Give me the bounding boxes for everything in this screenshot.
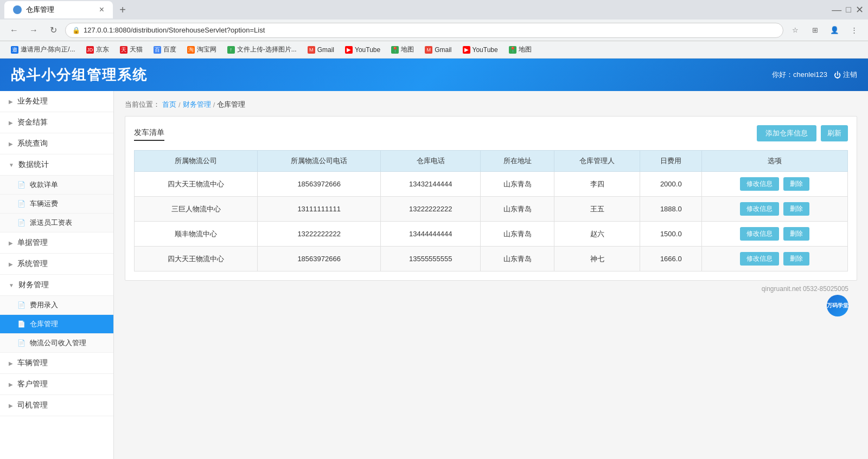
bookmark-upload[interactable]: ↑ 文件上传-选择图片...: [223, 44, 301, 55]
sidebar-item-documents[interactable]: ▶ 单据管理: [0, 232, 113, 254]
refresh-button[interactable]: 刷新: [821, 125, 848, 141]
bookmark-baidu-icon: 百: [154, 46, 161, 54]
table-row: 四大天王物流中心 18563972666 13432144444 山东青岛 李四…: [135, 172, 848, 197]
refresh-button[interactable]: ↻: [46, 23, 61, 38]
delete-button-3[interactable]: 删除: [783, 252, 809, 266]
bookmark-youtube1-icon: ▶: [345, 46, 353, 54]
new-tab-button[interactable]: +: [115, 2, 130, 17]
cell-company-0: 四大天王物流中心: [135, 172, 258, 197]
bookmark-star-button[interactable]: ☆: [788, 23, 803, 38]
bookmark-baidu[interactable]: 百 百度: [149, 44, 181, 55]
cell-warehouse-phone-3: 13555555555: [381, 247, 481, 271]
tab-close-button[interactable]: ×: [99, 5, 104, 15]
sidebar-child-logistics-income[interactable]: 📄 物流公司收入管理: [0, 334, 113, 353]
browser-chrome: 仓库管理 × + — □ ✕ ← → ↻ 🔒 127.0.0.1:8080/di…: [0, 0, 868, 59]
sidebar-child-receipts[interactable]: 📄 收款详单: [0, 176, 113, 195]
cell-manager-1: 王五: [554, 197, 640, 222]
sidebar-arrow-system: ▶: [9, 261, 13, 267]
edit-button-1[interactable]: 修改信息: [740, 202, 779, 216]
sidebar-item-query[interactable]: ▶ 系统查询: [0, 133, 113, 154]
bookmark-youtube1[interactable]: ▶ YouTube: [341, 45, 385, 55]
close-window-button[interactable]: ✕: [856, 4, 864, 16]
sidebar-item-customer[interactable]: ▶ 客户管理: [0, 374, 113, 395]
cell-actions-3: 修改信息 删除: [702, 247, 848, 271]
sidebar-item-accounting[interactable]: ▼ 财务管理: [0, 275, 113, 296]
menu-button[interactable]: ⋮: [846, 23, 861, 38]
col-company-phone: 所属物流公司电话: [258, 151, 381, 172]
cell-daily-cost-0: 2000.0: [640, 172, 702, 197]
app-title: 战斗小分组管理系统: [11, 66, 148, 85]
col-actions: 选项: [702, 151, 848, 172]
delete-button-2[interactable]: 删除: [783, 227, 809, 241]
breadcrumb-home[interactable]: 首页: [162, 100, 176, 109]
sidebar-item-stats[interactable]: ▼ 数据统计: [0, 154, 113, 176]
cell-warehouse-phone-0: 13432144444: [381, 172, 481, 197]
maximize-button[interactable]: □: [846, 5, 851, 15]
delete-button-0[interactable]: 删除: [783, 177, 809, 191]
bookmark-gmail2-icon: M: [425, 46, 432, 54]
cell-daily-cost-2: 1500.0: [640, 222, 702, 247]
sidebar-child-vehicle-fee[interactable]: 📄 车辆运费: [0, 195, 113, 214]
warehouse-table: 所属物流公司 所属物流公司电话 仓库电话 所在地址 仓库管理人 日费用 选项 四…: [134, 150, 848, 271]
sidebar-item-finance[interactable]: ▶ 资金结算: [0, 112, 113, 133]
sidebar: ▶ 业务处理 ▶ 资金结算 ▶ 系统查询 ▼ 数据统计: [0, 91, 114, 459]
cell-address-1: 山东青岛: [481, 197, 554, 222]
bookmark-tianmao-icon: 天: [120, 46, 127, 54]
bookmark-youtube2[interactable]: ▶ YouTube: [458, 45, 502, 55]
sidebar-child-salary[interactable]: 📄 派送员工资表: [0, 214, 113, 232]
bookmark-map1[interactable]: 📍 地图: [387, 44, 418, 55]
edit-button-2[interactable]: 修改信息: [740, 227, 779, 241]
sidebar-section-accounting: ▼ 财务管理 📄 费用录入 📄 仓库管理 📄 物流公司收入管理: [0, 275, 113, 353]
back-button[interactable]: ←: [7, 23, 22, 38]
col-daily-cost: 日费用: [640, 151, 702, 172]
edit-button-0[interactable]: 修改信息: [740, 177, 779, 191]
panel-title-area: 发车清单: [134, 126, 164, 141]
sidebar-item-driver[interactable]: ▶ 司机管理: [0, 395, 113, 416]
sidebar-section-business: ▶ 业务处理: [0, 91, 113, 112]
active-tab[interactable]: 仓库管理 ×: [4, 1, 113, 18]
bookmark-invite[interactable]: 邀 邀请用户·陈向正/...: [7, 44, 80, 55]
bookmark-tianmao[interactable]: 天 天猫: [116, 44, 147, 55]
cell-company-phone-1: 13111111111: [258, 197, 381, 222]
table-row: 顺丰物流中心 13222222222 13444444444 山东青岛 赵六 1…: [135, 222, 848, 247]
extensions-button[interactable]: ⊞: [807, 23, 822, 38]
sidebar-item-business[interactable]: ▶ 业务处理: [0, 91, 113, 112]
col-manager: 仓库管理人: [554, 151, 640, 172]
profile-button[interactable]: 👤: [827, 23, 842, 38]
edit-button-3[interactable]: 修改信息: [740, 252, 779, 266]
sidebar-child-expense[interactable]: 📄 费用录入: [0, 296, 113, 315]
sidebar-child-warehouse[interactable]: 📄 仓库管理: [0, 315, 113, 334]
bookmark-jd[interactable]: JD 京东: [82, 44, 113, 55]
breadcrumb-current: 仓库管理: [217, 100, 245, 109]
bookmark-taobao[interactable]: 淘 淘宝网: [183, 44, 221, 55]
forward-button[interactable]: →: [26, 23, 41, 38]
sidebar-item-system[interactable]: ▶ 系统管理: [0, 254, 113, 275]
bookmark-gmail2[interactable]: M Gmail: [420, 45, 456, 55]
panel-header: 发车清单 添加仓库信息 刷新: [134, 125, 848, 141]
watermark: 万码学堂: [133, 295, 848, 316]
tab-favicon: [13, 5, 22, 14]
sidebar-item-vehicle[interactable]: ▶ 车辆管理: [0, 353, 113, 374]
browser-icons: ☆ ⊞ 👤 ⋮: [788, 23, 861, 38]
logout-button[interactable]: ⏻ 注销: [834, 70, 857, 80]
cell-manager-3: 神七: [554, 247, 640, 271]
cell-address-3: 山东青岛: [481, 247, 554, 271]
col-company: 所属物流公司: [135, 151, 258, 172]
main-content: 当前位置： 首页 / 财务管理 / 仓库管理 发车清单 添加仓库信息 刷新: [114, 91, 868, 459]
address-bar[interactable]: 🔒 127.0.0.1:8080/distribution/Storehouse…: [65, 23, 783, 38]
bookmarks-bar: 邀 邀请用户·陈向正/... JD 京东 天 天猫 百 百度 淘 淘宝网 ↑ 文…: [0, 41, 868, 59]
cell-actions-0: 修改信息 删除: [702, 172, 848, 197]
bookmark-jd-icon: JD: [86, 46, 94, 54]
bookmark-gmail1[interactable]: M Gmail: [303, 45, 339, 55]
breadcrumb-prefix: 当前位置：: [125, 100, 160, 109]
breadcrumb-section[interactable]: 财务管理: [183, 100, 211, 109]
user-greeting: 你好：chenlei123: [772, 70, 827, 80]
minimize-button[interactable]: —: [832, 4, 841, 16]
delete-button-1[interactable]: 删除: [783, 202, 809, 216]
bookmark-map2[interactable]: 📍 地图: [505, 44, 536, 55]
browser-controls: ← → ↻ 🔒 127.0.0.1:8080/distribution/Stor…: [0, 20, 868, 41]
breadcrumb-sep1: /: [178, 101, 181, 109]
tab-dispatch-list[interactable]: 发车清单: [134, 126, 164, 141]
add-warehouse-button[interactable]: 添加仓库信息: [757, 125, 816, 141]
doc-icon-logistics-income: 📄: [17, 339, 25, 347]
